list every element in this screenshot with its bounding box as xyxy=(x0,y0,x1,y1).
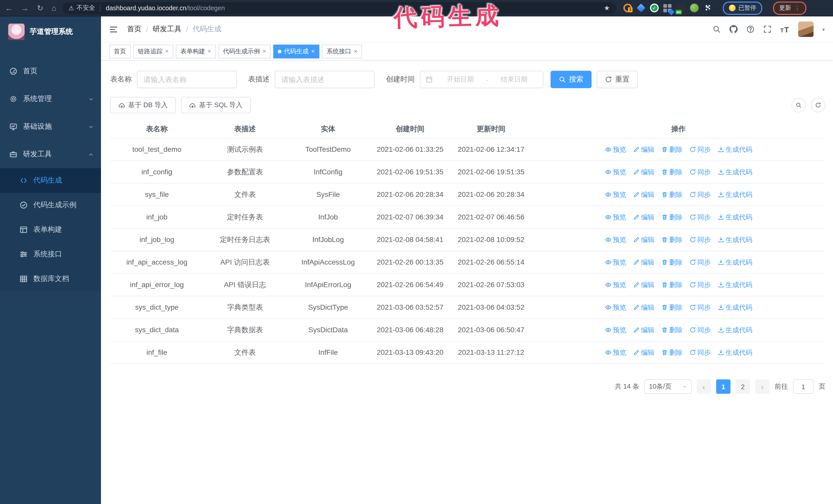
tab-4[interactable]: 代码生成× xyxy=(273,44,319,58)
tab-3[interactable]: 代码生成示例× xyxy=(218,44,271,58)
action-sync-link[interactable]: 同步 xyxy=(689,234,711,246)
goto-page-input[interactable] xyxy=(793,379,813,394)
sidebar-item-0[interactable]: 首页 xyxy=(0,57,101,85)
action-download-link[interactable]: 生成代码 xyxy=(717,346,752,358)
action-delete-link[interactable]: 删除 xyxy=(661,144,683,155)
action-download-link[interactable]: 生成代码 xyxy=(717,279,752,291)
extensions-puzzle-icon[interactable] xyxy=(703,4,712,12)
back-icon[interactable]: ← xyxy=(5,4,13,12)
tab-1[interactable]: 链路追踪× xyxy=(133,44,173,58)
import-sql-button[interactable]: 基于 SQL 导入 xyxy=(181,97,251,113)
update-chip[interactable]: 更新 ⋮ xyxy=(773,1,806,15)
hamburger-icon[interactable] xyxy=(109,25,118,33)
sidebar-item-3[interactable]: 研发工具 xyxy=(0,141,101,168)
tab-0[interactable]: 首页 xyxy=(109,44,131,58)
breadcrumb-item[interactable]: 首页 xyxy=(127,25,142,34)
extension-grid-icon[interactable] xyxy=(663,3,672,13)
help-icon[interactable] xyxy=(746,25,755,33)
end-date-placeholder[interactable]: 结束日期 xyxy=(490,75,538,84)
action-download-link[interactable]: 生成代码 xyxy=(717,144,752,155)
sidebar-subitem-1[interactable]: 代码生成示例 xyxy=(0,193,101,217)
action-delete-link[interactable]: 删除 xyxy=(661,234,683,246)
action-sync-link[interactable]: 同步 xyxy=(689,302,711,313)
tab-5[interactable]: 系统接口× xyxy=(322,44,362,58)
font-size-icon[interactable]: TT xyxy=(780,25,789,33)
action-download-link[interactable]: 生成代码 xyxy=(717,324,752,336)
page-2-button[interactable]: 2 xyxy=(736,379,750,394)
kebab-menu-icon[interactable]: ⋮ xyxy=(794,4,800,11)
tab-2[interactable]: 表单构建× xyxy=(176,44,216,58)
address-bar[interactable]: ⚠ 不安全 dashboard.yudao.iocoder.cn/tool/co… xyxy=(62,2,616,14)
action-edit-link[interactable]: 编辑 xyxy=(633,302,654,313)
search-icon[interactable] xyxy=(713,25,721,33)
close-icon[interactable]: × xyxy=(354,48,357,54)
action-delete-link[interactable]: 删除 xyxy=(661,324,683,336)
action-sync-link[interactable]: 同步 xyxy=(689,256,711,268)
reset-button[interactable]: 重置 xyxy=(597,71,638,88)
action-eye-link[interactable]: 预览 xyxy=(604,166,626,178)
bookmark-star-icon[interactable]: ★ xyxy=(604,4,610,12)
action-delete-link[interactable]: 删除 xyxy=(661,302,683,313)
reload-icon[interactable]: ↻ xyxy=(37,4,43,12)
show-search-toggle-icon[interactable] xyxy=(791,98,806,112)
extension-on-icon[interactable]: on xyxy=(676,4,685,12)
action-delete-link[interactable]: 删除 xyxy=(661,256,683,268)
action-download-link[interactable]: 生成代码 xyxy=(717,234,752,246)
github-icon[interactable] xyxy=(730,25,738,33)
action-eye-link[interactable]: 预览 xyxy=(604,234,626,246)
sidebar-subitem-2[interactable]: 表单构建 xyxy=(0,217,101,242)
forward-icon[interactable]: → xyxy=(21,4,29,12)
extension-gem-icon[interactable] xyxy=(636,4,645,13)
action-delete-link[interactable]: 删除 xyxy=(661,166,683,178)
close-icon[interactable]: × xyxy=(165,48,169,54)
home-icon[interactable]: ⌂ xyxy=(51,4,56,12)
action-delete-link[interactable]: 删除 xyxy=(661,189,683,200)
breadcrumb-item[interactable]: 研发工具 xyxy=(153,25,182,34)
action-download-link[interactable]: 生成代码 xyxy=(717,166,752,178)
extension-monkey-icon[interactable] xyxy=(690,4,698,12)
sidebar-subitem-4[interactable]: 数据库文档 xyxy=(0,267,101,291)
page-size-select[interactable]: 10条/页 xyxy=(644,379,691,394)
action-eye-link[interactable]: 预览 xyxy=(604,189,626,200)
action-sync-link[interactable]: 同步 xyxy=(689,346,711,358)
caret-down-icon[interactable]: ▾ xyxy=(822,26,825,32)
action-edit-link[interactable]: 编辑 xyxy=(633,279,654,291)
action-edit-link[interactable]: 编辑 xyxy=(633,166,654,178)
action-sync-link[interactable]: 同步 xyxy=(689,324,711,336)
sidebar-item-1[interactable]: 系统管理 xyxy=(0,85,101,113)
action-edit-link[interactable]: 编辑 xyxy=(633,346,654,358)
extension-check-icon[interactable]: ✓ xyxy=(650,4,659,12)
extension-orange-icon[interactable]: 1 xyxy=(623,4,632,12)
start-date-placeholder[interactable]: 开始日期 xyxy=(437,75,484,84)
action-download-link[interactable]: 生成代码 xyxy=(717,256,752,268)
action-edit-link[interactable]: 编辑 xyxy=(633,256,654,268)
action-edit-link[interactable]: 编辑 xyxy=(633,234,654,246)
action-download-link[interactable]: 生成代码 xyxy=(717,189,752,200)
action-eye-link[interactable]: 预览 xyxy=(604,346,626,358)
action-sync-link[interactable]: 同步 xyxy=(689,189,711,200)
action-eye-link[interactable]: 预览 xyxy=(604,302,626,313)
action-sync-link[interactable]: 同步 xyxy=(689,144,711,155)
close-icon[interactable]: × xyxy=(311,48,315,54)
refresh-table-icon[interactable] xyxy=(811,98,825,112)
action-eye-link[interactable]: 预览 xyxy=(604,324,626,336)
table-desc-input[interactable] xyxy=(275,71,375,88)
sidebar-subitem-0[interactable]: 代码生成 xyxy=(0,168,101,193)
security-warning[interactable]: ⚠ 不安全 xyxy=(68,4,95,12)
close-icon[interactable]: × xyxy=(208,48,211,54)
action-sync-link[interactable]: 同步 xyxy=(689,211,711,223)
action-edit-link[interactable]: 编辑 xyxy=(633,211,654,223)
paused-chip[interactable]: 已暂停 xyxy=(722,1,762,15)
action-eye-link[interactable]: 预览 xyxy=(604,279,626,291)
action-delete-link[interactable]: 删除 xyxy=(661,211,683,223)
import-db-button[interactable]: 基于 DB 导入 xyxy=(110,97,176,113)
logo-row[interactable]: 芋道管理系统 xyxy=(0,17,101,47)
action-edit-link[interactable]: 编辑 xyxy=(633,189,654,200)
table-name-input[interactable] xyxy=(137,71,237,88)
next-page-icon[interactable]: › xyxy=(755,379,769,394)
action-delete-link[interactable]: 删除 xyxy=(661,346,683,358)
action-download-link[interactable]: 生成代码 xyxy=(717,211,752,223)
sidebar-subitem-3[interactable]: 系统接口 xyxy=(0,242,101,267)
action-sync-link[interactable]: 同步 xyxy=(689,166,711,178)
user-avatar[interactable] xyxy=(798,22,813,37)
